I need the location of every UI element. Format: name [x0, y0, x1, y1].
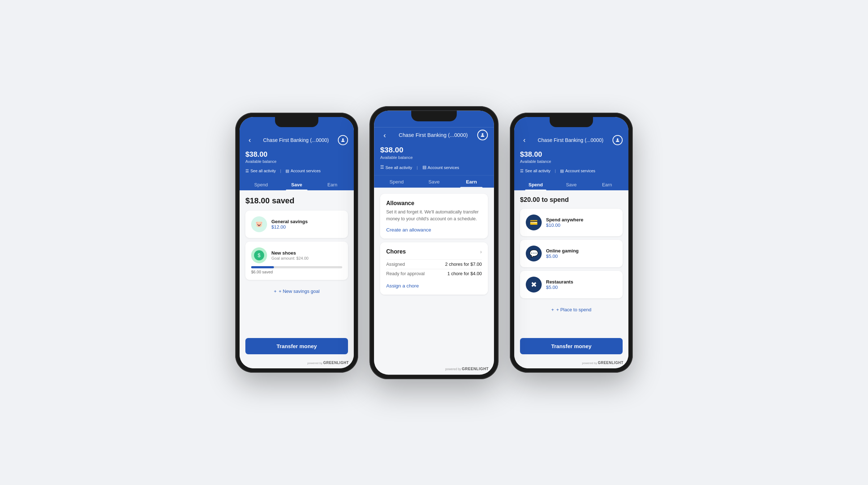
piggy-icon: 🐷 [251, 216, 267, 232]
shoes-saved-text: $6.00 saved [251, 270, 342, 274]
see-all-activity-label-3: See all activity [525, 169, 550, 173]
balance-amount-3: $38.00 [520, 150, 623, 159]
footer-save: Transfer money [240, 334, 354, 359]
account-services-link-3[interactable]: ▤ Account services [560, 169, 595, 173]
tab-save[interactable]: Save [279, 178, 315, 190]
new-savings-goal-link[interactable]: + + New savings goal [245, 283, 348, 299]
restaurants-amount: $5.00 [546, 285, 573, 290]
see-all-activity-link-3[interactable]: ☰ See all activity [520, 169, 550, 173]
greenlight-branding-2: powered by GREENLIGHT [374, 364, 494, 374]
svg-point-2 [617, 138, 619, 140]
spend-item-restaurants: ✖ Restaurants $5.00 [526, 277, 617, 293]
nav-title: Chase First Banking (...0000) [263, 137, 329, 143]
chores-header: Chores › [386, 248, 482, 255]
phone-inner-2: ‹ Chase First Banking (...0000) $38.00 A… [374, 111, 494, 374]
restaurants-card: ✖ Restaurants $5.00 [520, 271, 623, 298]
chores-chevron[interactable]: › [480, 248, 482, 255]
spend-info-anywhere: Spend anywhere $10.00 [546, 217, 583, 228]
greenlight-branding-3: powered by GREENLIGHT [514, 359, 628, 368]
back-button-3[interactable]: ‹ [520, 136, 529, 144]
powered-by-label-3: powered by [582, 361, 597, 365]
gaming-amount: $5.00 [546, 254, 579, 259]
assigned-value: 2 chores for $7.00 [445, 261, 482, 267]
transfer-money-button[interactable]: Transfer money [245, 338, 348, 354]
spend-anywhere-amount: $10.00 [546, 222, 583, 228]
tab-spend[interactable]: Spend [243, 178, 279, 190]
user-icon-3[interactable] [613, 135, 623, 145]
balance-amount-2: $38.00 [380, 146, 488, 154]
separator-2: | [417, 165, 418, 170]
balance-section-3: $38.00 Available balance [520, 149, 623, 165]
balance-label: Available balance [245, 159, 348, 164]
notch [275, 117, 318, 127]
spend-label: to spend [540, 196, 569, 203]
tab-save-2[interactable]: Save [415, 175, 453, 188]
plus-icon-spend: + [551, 307, 554, 312]
allowance-title: Allowance [386, 200, 482, 206]
app-header: ‹ Chase First Banking (...0000) $38.00 A… [240, 133, 354, 178]
account-services-link[interactable]: ▤ Account services [285, 169, 321, 173]
tab-bar: Spend Save Earn [240, 178, 354, 190]
nav-title-2: Chase First Banking (...0000) [399, 132, 468, 138]
spend-item-gaming: 💬 Online gaming $5.00 [526, 246, 617, 261]
saved-amount: $18.00 [245, 196, 270, 205]
save-content: $18.00 saved 🐷 General savings $12.00 [240, 190, 354, 334]
savings-item-general: 🐷 General savings $12.00 [251, 216, 342, 232]
user-icon-2[interactable] [477, 130, 488, 140]
account-actions-2: ☰ See all activity | ▤ Account services [380, 165, 488, 170]
tab-earn[interactable]: Earn [314, 178, 350, 190]
create-allowance-link[interactable]: Create an allowance [386, 226, 482, 232]
progress-bar-fill [251, 266, 274, 268]
savings-info-general: General savings $12.00 [271, 219, 308, 230]
separator-3: | [555, 169, 556, 173]
back-button[interactable]: ‹ [245, 136, 254, 144]
phone-inner: ‹ Chase First Banking (...0000) $38.00 A… [240, 117, 354, 368]
phone-save: ‹ Chase First Banking (...0000) $38.00 A… [235, 113, 358, 373]
shoes-icon: $ [251, 247, 267, 263]
assign-chore-link[interactable]: Assign a chore [386, 283, 482, 289]
services-icon-3: ▤ [560, 169, 564, 173]
balance-section-2: $38.00 Available balance [380, 144, 488, 161]
allowance-desc: Set it and forget it. We'll automaticall… [386, 208, 482, 222]
spend-anywhere-name: Spend anywhere [546, 217, 583, 222]
svg-point-0 [342, 138, 344, 140]
progress-bar-container [251, 266, 342, 268]
powered-by-label-2: powered by [445, 367, 461, 371]
shoes-goal: Goal amount: $24.00 [271, 256, 309, 260]
see-all-activity-label-2: See all activity [386, 165, 412, 170]
tab-spend-2[interactable]: Spend [378, 175, 416, 188]
tab-earn-3[interactable]: Earn [589, 178, 625, 190]
account-services-link-2[interactable]: ▤ Account services [422, 165, 459, 170]
user-icon[interactable] [338, 135, 348, 145]
phone-spend: ‹ Chase First Banking (...0000) $38.00 A… [510, 113, 633, 373]
transfer-money-button-3[interactable]: Transfer money [520, 338, 623, 354]
gaming-name: Online gaming [546, 248, 579, 254]
account-actions: ☰ See all activity | ▤ Account services [245, 169, 348, 173]
saved-label: saved [270, 196, 295, 205]
account-actions-3: ☰ See all activity | ▤ Account services [520, 169, 623, 173]
nav-bar-3: ‹ Chase First Banking (...0000) [520, 133, 623, 149]
greenlight-name: GREENLIGHT [323, 361, 349, 365]
notch-3 [550, 117, 593, 127]
approval-label: Ready for approval [386, 271, 425, 276]
powered-by-label: powered by [308, 361, 322, 365]
greenlight-name-3: GREENLIGHT [598, 361, 623, 365]
back-button-2[interactable]: ‹ [380, 130, 389, 139]
spend-content: $20.00 to spend 💳 Spend anywhere $10.00 … [514, 190, 628, 334]
separator: | [280, 169, 281, 173]
nav-bar: ‹ Chase First Banking (...0000) [245, 133, 348, 149]
nav-title-3: Chase First Banking (...0000) [538, 137, 603, 143]
tab-earn-2[interactable]: Earn [453, 175, 490, 188]
spend-amount: $20.00 [520, 196, 540, 203]
see-all-activity-link[interactable]: ☰ See all activity [245, 169, 276, 173]
greenlight-branding: powered by GREENLIGHT [240, 359, 354, 368]
savings-item-shoes: $ New shoes Goal amount: $24.00 [251, 247, 342, 263]
online-gaming-icon: 💬 [526, 246, 542, 261]
nav-bar-2: ‹ Chase First Banking (...0000) [380, 127, 488, 144]
tab-spend-3[interactable]: Spend [518, 178, 554, 190]
svg-point-1 [482, 133, 484, 135]
place-to-spend-link[interactable]: + + Place to spend [520, 302, 623, 317]
tab-save-3[interactable]: Save [554, 178, 589, 190]
see-all-activity-link-2[interactable]: ☰ See all activity [380, 165, 412, 170]
see-all-activity-label: See all activity [250, 169, 276, 173]
